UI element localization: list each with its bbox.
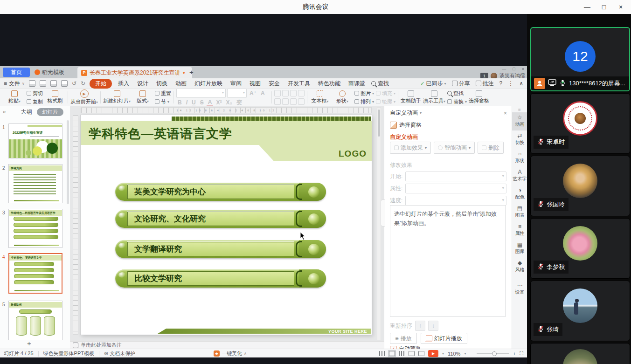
wps-docer-tab[interactable]: 稻壳模板 [35,68,64,77]
bold-button[interactable]: B [176,99,183,106]
maximize-button[interactable]: □ [596,0,612,14]
thumbs-scrollbar[interactable] [67,120,69,204]
delete-effect-button[interactable]: 删除 [478,142,504,154]
text-effect-button[interactable]: 变 [235,99,243,107]
outline-button[interactable]: 轮廓▾ [376,98,395,105]
output-icon[interactable] [40,80,46,87]
format-painter-button[interactable]: 格式刷 [45,89,65,105]
shapes-button[interactable]: 形状▾ [332,89,353,105]
participant-tile-partial[interactable] [530,343,630,364]
underline-button[interactable]: U [190,99,197,106]
slideshow-button[interactable]: 幻灯片播放 [421,333,467,344]
slide-thumbnail-2[interactable]: 学科方向 [8,164,62,203]
line-spacing-icon[interactable] [298,98,305,105]
vertical-ruler[interactable] [73,115,78,335]
slides-tab[interactable]: 幻灯片 [37,108,63,116]
slide-thumbnail-3[interactable]: 学科特色—外国语言学及应用语言学 [8,209,62,248]
font-color-button[interactable]: A [207,99,214,106]
property-dropdown[interactable]: ▾ [405,184,506,193]
participant-tile[interactable]: 张国玲 [530,156,630,216]
slide-thumbnail-4-selected[interactable]: 学科特色—英语语言文学 [8,253,62,294]
font-size-combo[interactable]: ▾ [227,89,247,98]
slide-canvas[interactable]: 学科特色—英语语言文学 LOGO 英美文学研究为中心 文论研究、文化研究 [81,115,372,335]
ribbon-tab-yuketang[interactable]: 雨课堂 [347,79,367,89]
superscript-button[interactable]: X² [215,99,223,106]
wps-document-tab[interactable]: P 长春工业大学英语系2021研究生宣讲 • [77,67,192,78]
collapse-panel-button[interactable]: « [3,109,6,115]
wps-minimize-button[interactable]: — [502,67,506,71]
slide-sorter-icon[interactable] [399,351,405,356]
rail-item-settings[interactable]: ⋯设置 [512,280,527,298]
rail-item-gallery[interactable]: ▦图库 [512,240,527,258]
ribbon-tab-devtools[interactable]: 开发工具 [286,79,312,89]
start-dropdown[interactable]: ▾ [405,172,506,181]
ribbon-tab-design[interactable]: 设计 [135,79,150,89]
rail-item-transition[interactable]: ⇄切换 [512,130,527,149]
horizontal-ruler[interactable]: 14 12 10 8 6 4 2 0 2 4 6 8 10 12 [81,107,372,113]
slide-thumbnail-5[interactable]: 教师队伍 [8,301,62,340]
present-tools-button[interactable]: 演示工具▾ [423,89,445,105]
ribbon-tab-review[interactable]: 审阅 [229,79,243,89]
undo-icon[interactable]: ↺ [72,80,76,87]
help-button[interactable]: ? [499,80,503,87]
rail-item-wordart[interactable]: A艺术字 [512,167,527,185]
chevron-down-icon[interactable]: ▾ [442,351,444,356]
section-button[interactable]: 节▾ [155,98,171,105]
comment-button[interactable]: 批注 [476,80,494,88]
panel-collapse-handle[interactable] [381,199,385,227]
slideshow-view-icon[interactable] [418,351,424,356]
add-slide-button[interactable]: + [27,339,31,347]
ribbon-tab-view[interactable]: 视图 [248,79,263,89]
rail-item-colors[interactable]: ◑配色 [512,185,527,203]
selection-pane-button[interactable]: 选择窗格 [469,89,489,105]
paste-button[interactable]: 粘贴▾ [4,89,25,105]
rail-item-chart[interactable]: ▤图表 [512,203,527,221]
template-name[interactable]: 绿色矢量形体PPT模板 [43,350,94,357]
indent-decrease-icon[interactable] [290,90,297,96]
reorder-down-button[interactable]: ↓ [428,321,438,331]
protection-status[interactable]: ⊗ 文档未保护 [104,350,135,357]
slide-bullet-pill-1[interactable]: 英美文学研究为中心 [115,183,326,201]
outline-tab[interactable]: 大纲 [21,108,32,116]
wps-maximize-button[interactable]: □ [513,67,515,71]
replace-button[interactable]: 替换▾ [447,98,467,105]
ribbon-tab-features[interactable]: 特色功能 [316,79,342,89]
zoom-level[interactable]: 110% [448,351,460,357]
slide-bullet-pill-4[interactable]: 比较文学研究 [115,269,326,288]
notes-toggle-icon[interactable] [379,351,385,356]
align-center-icon[interactable] [282,98,289,105]
rail-drag-handle[interactable]: ≡ [512,106,527,112]
layout-button[interactable]: 版式▾ [132,89,153,105]
zoom-out-button[interactable]: − [470,351,472,357]
increase-font-button[interactable]: A⁺ [248,90,258,96]
slide-logo[interactable]: LOGO [339,149,367,159]
scrollbar-handle[interactable] [378,110,380,137]
smart-animation-button[interactable]: 智能动画▾ [434,142,475,154]
ribbon-tab-home[interactable]: 开始 [90,79,112,89]
share-button[interactable]: 分享 [452,80,470,88]
add-effect-button[interactable]: 添加效果▾ [390,142,431,154]
participant-tile[interactable]: 张琦 [530,281,630,341]
numbering-icon[interactable] [282,90,289,96]
align-left-icon[interactable] [274,98,281,105]
print-icon[interactable] [50,80,57,87]
fit-screen-icon[interactable]: ⛶ [520,350,523,357]
collapse-ribbon-button[interactable]: ∧ [519,80,523,87]
zoom-slider[interactable] [477,353,509,354]
beautify-button[interactable]: ★ 一键美化 ∧ [214,350,247,357]
minimize-button[interactable]: — [579,0,596,14]
slide-title[interactable]: 学科特色—英语语言文学 [89,125,232,142]
more-button[interactable]: ⋮ [508,80,513,87]
redo-icon[interactable]: ↻ [81,80,85,87]
ribbon-tab-transition[interactable]: 切换 [154,79,169,89]
panel-close-icon[interactable]: × [504,110,507,117]
arrange-button[interactable]: 排列▾ [354,98,374,105]
font-name-combo[interactable]: ▾ [176,89,226,98]
strikethrough-button[interactable]: S [199,99,205,106]
reading-view-icon[interactable] [409,351,415,356]
speed-dropdown[interactable]: ▾ [405,196,506,206]
ribbon-tab-security[interactable]: 安全 [267,79,282,89]
slide-bullet-pill-3[interactable]: 文学翻译研究 [115,240,326,258]
doc-assistant-button[interactable]: 文档助手 [401,89,421,105]
participant-tile[interactable]: 宋卓时 [530,93,630,154]
